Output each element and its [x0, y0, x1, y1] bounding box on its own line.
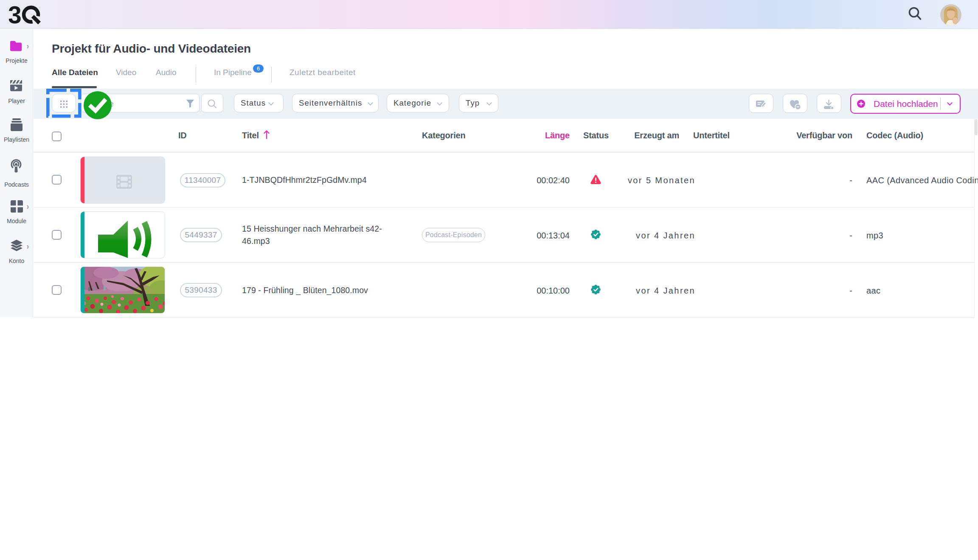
svg-text:3: 3	[9, 5, 22, 25]
